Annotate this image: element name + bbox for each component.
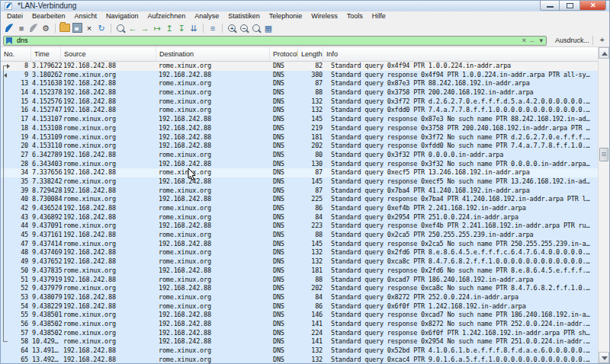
scroll-down-button[interactable] bbox=[599, 352, 609, 363]
packet-row-48[interactable]: 489.437469192.168.242.88rome.xinux.orgDN… bbox=[1, 248, 599, 257]
vertical-scrollbar[interactable] bbox=[598, 47, 609, 363]
clear-filter-icon[interactable]: × bbox=[522, 37, 526, 45]
cell-info: Standard query 0x2954 PTR 251.0.0.224.in… bbox=[331, 213, 598, 222]
column-header-protocol[interactable]: Protocol bbox=[270, 47, 298, 61]
packet-row-53[interactable]: 539.438079192.168.242.88rome.xinux.orgDN… bbox=[1, 293, 599, 302]
packet-row-55[interactable]: 559.438501rome.xinux.org192.168.242.88DN… bbox=[1, 311, 599, 320]
open-file-icon[interactable] bbox=[59, 23, 70, 34]
packet-row-15[interactable]: 154.152576192.168.242.88rome.xinux.orgDN… bbox=[1, 97, 599, 107]
find-packet-icon[interactable] bbox=[115, 23, 126, 34]
cell-proto: DNS bbox=[273, 106, 284, 115]
packet-row-18[interactable]: 184.153108rome.xinux.org192.168.242.88DN… bbox=[1, 124, 599, 133]
restart-capture-icon[interactable] bbox=[28, 23, 39, 34]
menu-bar: DateiBearbeitenAnsichtNavigationAufzeich… bbox=[1, 11, 609, 21]
packet-row-34[interactable]: 347.337656192.168.242.88rome.xinux.orgDN… bbox=[1, 168, 599, 177]
go-to-top-icon[interactable]: ↥ bbox=[164, 23, 175, 34]
menu-wireless[interactable]: Wireless bbox=[307, 11, 342, 21]
cell-len: 132 bbox=[294, 97, 323, 107]
packet-row-43[interactable]: 439.436892192.168.242.88rome.xinux.orgDN… bbox=[1, 213, 599, 222]
packet-row-28[interactable]: 286.343403rome.xinux.org192.168.242.88DN… bbox=[1, 160, 599, 169]
packet-row-58[interactable]: 5810.429…rome.xinux.org192.168.242.88DNS… bbox=[1, 337, 599, 346]
column-header-info[interactable]: Info bbox=[323, 47, 599, 61]
menu-tools[interactable]: Tools bbox=[342, 11, 368, 21]
packet-row-9[interactable]: 93.180262rome.xinux.org192.168.242.88DNS… bbox=[1, 71, 599, 80]
packet-row-57[interactable]: 579.438502rome.xinux.org192.168.242.88DN… bbox=[1, 329, 599, 338]
packet-row-42[interactable]: 429.436524192.168.242.88rome.xinux.orgDN… bbox=[1, 204, 599, 213]
column-header-time[interactable]: Time bbox=[31, 47, 61, 61]
menu-ansicht[interactable]: Ansicht bbox=[70, 11, 102, 21]
packet-row-17[interactable]: 174.153107rome.xinux.org192.168.242.88DN… bbox=[1, 115, 599, 124]
menu-analyse[interactable]: Analyse bbox=[190, 11, 223, 21]
cell-src: rome.xinux.org bbox=[63, 267, 116, 276]
column-header-source[interactable]: Source bbox=[61, 47, 156, 61]
packet-row-20[interactable]: 204.153110rome.xinux.org192.168.242.88DN… bbox=[1, 142, 599, 151]
stop-capture-icon[interactable]: ■ bbox=[16, 23, 27, 34]
auto-scroll-icon[interactable]: ⇊ bbox=[188, 23, 199, 34]
start-capture-icon[interactable] bbox=[4, 23, 14, 34]
go-to-bottom-icon[interactable]: ↧ bbox=[176, 23, 187, 34]
packet-row-52[interactable]: 529.437979rome.xinux.org192.168.242.88DN… bbox=[1, 284, 599, 293]
packet-row-44[interactable]: 449.437091rome.xinux.org192.168.242.88DN… bbox=[1, 222, 599, 231]
scroll-up-button[interactable] bbox=[599, 47, 609, 59]
menu-hilfe[interactable]: Hilfe bbox=[368, 11, 390, 21]
cell-time: 9.437469 bbox=[32, 248, 62, 257]
packet-row-45[interactable]: 459.437161192.168.242.88rome.xinux.orgDN… bbox=[1, 231, 599, 240]
packet-row-47[interactable]: 479.437414rome.xinux.org192.168.242.88DN… bbox=[1, 240, 599, 249]
packet-row-51[interactable]: 519.437919192.168.242.88rome.xinux.orgDN… bbox=[1, 276, 599, 285]
go-forward-icon[interactable]: → bbox=[140, 23, 150, 34]
go-back-icon[interactable]: ← bbox=[127, 23, 138, 34]
cell-src: 192.168.242.88 bbox=[63, 79, 116, 88]
column-header-destination[interactable]: Destination bbox=[156, 47, 270, 61]
add-filter-button[interactable]: + bbox=[600, 35, 605, 44]
column-header-no[interactable]: No. bbox=[1, 47, 31, 61]
zoom-out-icon[interactable]: − bbox=[239, 23, 249, 34]
cell-dst: rome.xinux.org bbox=[159, 346, 211, 356]
packet-row-16[interactable]: 164.152747192.168.242.88rome.xinux.orgDN… bbox=[1, 106, 599, 115]
bookmark-icon[interactable] bbox=[6, 37, 12, 44]
packet-row-35[interactable]: 357.338242rome.xinux.org192.168.242.88DN… bbox=[1, 177, 599, 187]
packet-row-50[interactable]: 509.437835rome.xinux.org192.168.242.88DN… bbox=[1, 267, 599, 276]
packet-row-64[interactable]: 6413.491…192.168.242.88rome.xinux.orgDNS… bbox=[1, 346, 599, 356]
column-header-length[interactable]: Length bbox=[298, 47, 323, 61]
packet-row-56[interactable]: 569.438502rome.xinux.org192.168.242.88DN… bbox=[1, 320, 599, 329]
packet-row-49[interactable]: 499.437652192.168.242.88rome.xinux.orgDN… bbox=[1, 257, 599, 267]
close-button[interactable]: ✕ bbox=[580, 1, 606, 11]
colorize-icon[interactable]: ≡ bbox=[207, 23, 218, 34]
packet-row-14[interactable]: 144.152378192.168.242.88rome.xinux.orgDN… bbox=[1, 88, 599, 97]
packet-row-65[interactable]: 6513.492…192.168.242.88rome.xinux.orgDNS… bbox=[1, 356, 599, 363]
packet-row-19[interactable]: 194.153109rome.xinux.org192.168.242.88DN… bbox=[1, 133, 599, 142]
menu-datei[interactable]: Datei bbox=[2, 11, 27, 21]
reload-icon[interactable]: ↻ bbox=[96, 23, 107, 34]
expression-button[interactable]: Ausdruck... bbox=[555, 37, 589, 44]
menu-telephonie[interactable]: Telephonie bbox=[265, 11, 307, 21]
capture-options-icon[interactable]: ⚙ bbox=[40, 23, 51, 34]
menu-navigation[interactable]: Navigation bbox=[101, 11, 143, 21]
cell-proto: DNS bbox=[273, 337, 284, 346]
close-file-icon[interactable]: × bbox=[84, 23, 95, 34]
menu-bearbeiten[interactable]: Bearbeiten bbox=[27, 11, 70, 21]
maximize-button[interactable] bbox=[560, 1, 580, 11]
packet-row-27[interactable]: 276.342789192.168.242.88rome.xinux.orgDN… bbox=[1, 151, 599, 160]
cell-info: Standard query response 0x3758 PTR 200.2… bbox=[331, 124, 598, 133]
minimize-button[interactable] bbox=[540, 1, 560, 11]
zoom-in-icon[interactable]: + bbox=[226, 23, 237, 34]
packet-row-54[interactable]: 549.438229192.168.242.88rome.xinux.orgDN… bbox=[1, 302, 599, 311]
apply-filter-icon[interactable]: → bbox=[528, 37, 535, 45]
zoom-reset-icon[interactable] bbox=[251, 23, 262, 34]
scrollbar-thumb[interactable] bbox=[599, 148, 608, 161]
cell-no: 50 bbox=[1, 267, 28, 276]
packet-row-40[interactable]: 408.730084rome.xinux.org192.168.242.88DN… bbox=[1, 195, 599, 204]
go-to-packet-icon[interactable]: ↦ bbox=[152, 23, 162, 34]
packet-row-13[interactable]: 134.151638192.168.242.88rome.xinux.orgDN… bbox=[1, 79, 599, 88]
filter-value[interactable]: dns bbox=[17, 37, 28, 45]
filter-dropdown-caret[interactable]: ▾ bbox=[539, 37, 543, 45]
resize-columns-icon[interactable]: ▦ bbox=[263, 23, 274, 34]
cell-proto: DNS bbox=[273, 88, 284, 97]
packet-row-8[interactable]: 83.179622192.168.242.88rome.xinux.orgDNS… bbox=[1, 62, 599, 71]
filter-toolbar: dns × → ▾ Ausdruck... + bbox=[1, 34, 609, 47]
packet-row-39[interactable]: 398.729428192.168.242.88rome.xinux.orgDN… bbox=[1, 187, 599, 196]
display-filter-input[interactable]: dns × → ▾ bbox=[3, 36, 547, 46]
menu-statistiken[interactable]: Statistiken bbox=[223, 11, 265, 21]
save-file-icon[interactable] bbox=[72, 23, 82, 34]
menu-aufzeichnen[interactable]: Aufzeichnen bbox=[143, 11, 191, 21]
